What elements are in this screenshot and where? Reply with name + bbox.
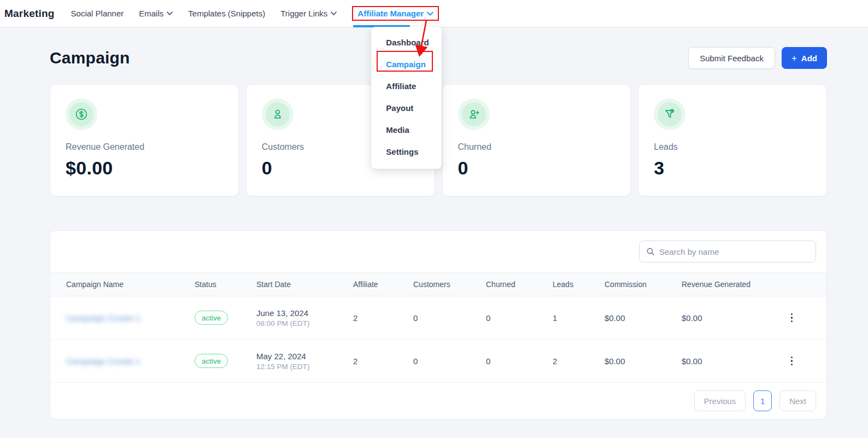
customers-count: 0 (413, 357, 486, 366)
page-title: Campaign (50, 49, 130, 67)
nav-item-social-planner[interactable]: Social Planner (71, 9, 124, 18)
leads-count: 2 (553, 357, 605, 366)
commission-value: $0.00 (605, 357, 682, 366)
nav-item-trigger-links[interactable]: Trigger Links (280, 9, 337, 18)
user-icon (262, 98, 294, 130)
current-page-button[interactable]: 1 (753, 390, 772, 411)
col-header-churned: Churned (486, 280, 553, 289)
churned-count: 0 (486, 313, 553, 323)
stat-card-churned: Churned 0 (442, 84, 631, 196)
add-label: Add (801, 54, 817, 63)
chevron-down-icon (167, 11, 173, 15)
user-plus-icon (458, 98, 490, 130)
start-date: June 13, 2024 (256, 308, 353, 318)
leads-count: 1 (553, 313, 605, 323)
nav-item-affiliate-manager[interactable]: Affiliate Manager (352, 6, 439, 21)
funnel-icon (654, 98, 685, 130)
customers-count: 0 (413, 313, 486, 323)
col-header-status: Status (195, 280, 256, 289)
start-time: 08:00 PM (EDT) (256, 319, 353, 328)
col-header-start-date: Start Date (256, 280, 353, 289)
affiliate-count: 2 (353, 313, 413, 323)
search-icon (646, 247, 655, 256)
nav-item-label: Trigger Links (280, 9, 327, 18)
brand-title: Marketing (4, 8, 55, 20)
stat-card-revenue: Revenue Generated $0.00 (50, 84, 239, 196)
campaign-name-redacted[interactable]: Campaign Create 1 (66, 313, 140, 323)
col-header-commission: Commission (605, 280, 682, 289)
stat-label: Revenue Generated (66, 142, 223, 152)
search-input[interactable] (659, 247, 809, 256)
churned-count: 0 (486, 357, 553, 366)
table-row: Campaign Create 1 active May 22, 2024 12… (50, 340, 826, 383)
next-page-button[interactable]: Next (779, 390, 816, 411)
affiliate-manager-dropdown: Dashboard Campaign Affiliate Payout Medi… (371, 27, 442, 169)
col-header-affiliate: Affiliate (353, 280, 413, 289)
menu-item-settings[interactable]: Settings (371, 141, 442, 163)
search-box (639, 241, 816, 262)
col-header-revenue-generated: Revenue Generated (682, 280, 788, 289)
nav-item-emails[interactable]: Emails (139, 9, 173, 18)
menu-item-dashboard[interactable]: Dashboard (371, 32, 442, 54)
submit-feedback-button[interactable]: Submit Feedback (688, 47, 775, 69)
previous-page-button[interactable]: Previous (694, 390, 746, 411)
submit-feedback-label: Submit Feedback (700, 54, 764, 63)
col-header-campaign-name: Campaign Name (66, 280, 195, 289)
table-toolbar (50, 231, 826, 272)
row-actions-kebab-icon[interactable] (789, 354, 795, 368)
table-header-row: Campaign Name Status Start Date Affiliat… (50, 272, 826, 296)
commission-value: $0.00 (605, 313, 682, 323)
stat-label: Churned (458, 142, 615, 152)
stat-value: 3 (654, 157, 811, 179)
plus-icon: + (791, 54, 797, 63)
table-row: Campaign Create 1 active June 13, 2024 0… (50, 296, 826, 340)
status-badge: active (195, 311, 228, 325)
status-badge: active (195, 354, 228, 368)
nav-item-templates-snippets[interactable]: Templates (Snippets) (188, 9, 265, 18)
stat-card-leads: Leads 3 (638, 84, 827, 196)
dollar-circle-icon (66, 98, 97, 130)
start-date: May 22, 2024 (256, 352, 353, 361)
pagination: Previous 1 Next (50, 383, 826, 419)
col-header-leads: Leads (553, 280, 605, 289)
menu-item-campaign[interactable]: Campaign (371, 54, 442, 75)
affiliate-count: 2 (353, 357, 413, 366)
menu-item-affiliate[interactable]: Affiliate (371, 75, 442, 97)
revenue-value: $0.00 (682, 357, 788, 366)
affiliate-manager-menu-anchor: Affiliate Manager Dashboard Campaign Aff… (352, 6, 439, 21)
stat-value: $0.00 (66, 157, 223, 179)
nav-item-label: Social Planner (71, 9, 124, 18)
chevron-down-icon (331, 11, 337, 15)
stat-label: Leads (654, 142, 811, 152)
nav-item-label: Emails (139, 9, 163, 18)
menu-item-media[interactable]: Media (371, 119, 442, 141)
campaign-table-panel: Campaign Name Status Start Date Affiliat… (50, 230, 827, 419)
campaign-name-redacted[interactable]: Campaign Create 1 (66, 357, 140, 366)
row-actions-kebab-icon[interactable] (789, 311, 795, 325)
col-header-customers: Customers (413, 280, 486, 289)
chevron-down-icon (427, 11, 433, 16)
menu-item-payout[interactable]: Payout (371, 97, 442, 119)
nav-item-label: Affiliate Manager (357, 9, 424, 18)
nav-item-label: Templates (Snippets) (188, 9, 265, 18)
add-button[interactable]: + Add (782, 47, 827, 69)
start-time: 12:15 PM (EDT) (256, 363, 353, 371)
revenue-value: $0.00 (682, 313, 788, 323)
top-navigation: Marketing Social Planner Emails Template… (0, 0, 868, 27)
header-actions: Submit Feedback + Add (688, 47, 827, 69)
stat-value: 0 (458, 157, 615, 179)
